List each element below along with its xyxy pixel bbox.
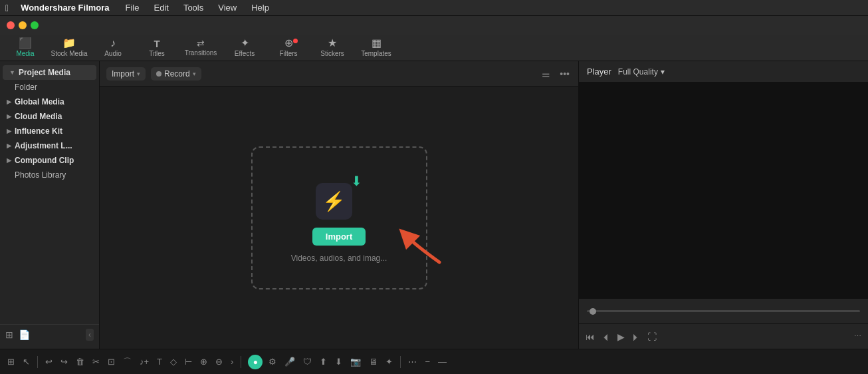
effects-tl-icon[interactable]: ✦ bbox=[383, 355, 395, 369]
stickers-label: Stickers bbox=[320, 50, 344, 57]
audio-label: Audio bbox=[104, 50, 122, 57]
toolbar-audio[interactable]: ♪ Audio bbox=[92, 36, 134, 60]
redo-icon[interactable]: ↪ bbox=[58, 355, 70, 369]
record-tl-icon: ● bbox=[253, 357, 258, 367]
import-action-button[interactable]: Import bbox=[312, 228, 366, 246]
record-tl-button[interactable]: ● bbox=[248, 355, 263, 369]
toolbar-stickers[interactable]: ★ Stickers bbox=[311, 36, 354, 60]
rewind-icon[interactable]: ⏮ bbox=[586, 331, 595, 342]
stock-media-label: Stock Media bbox=[51, 50, 87, 57]
arrow-icon-4: ▶ bbox=[7, 128, 11, 134]
volume-icon[interactable]: ⋯ bbox=[854, 332, 861, 341]
toolbar-effects[interactable]: ✦ Effects bbox=[223, 36, 266, 60]
menu-help[interactable]: Help bbox=[249, 2, 272, 13]
step-back-icon[interactable]: ⏴ bbox=[601, 331, 611, 342]
main-layout: ▼ Project Media Folder ▶ Global Media ▶ … bbox=[0, 61, 868, 349]
player-progress-handle[interactable] bbox=[590, 308, 596, 315]
arrow-icon-3: ▶ bbox=[7, 113, 11, 120]
monitor-icon[interactable]: 🖥 bbox=[367, 355, 380, 369]
sidebar-item-project-media[interactable]: ▼ Project Media bbox=[3, 65, 96, 80]
sidebar-item-cloud-media[interactable]: ▶ Cloud Media bbox=[0, 109, 99, 124]
new-folder-icon[interactable]: ⊞ bbox=[5, 329, 13, 340]
toolbar-templates[interactable]: ▦ Templates bbox=[355, 36, 397, 60]
step-forward-icon[interactable]: ⏵ bbox=[631, 331, 641, 342]
content-toolbar: Import ▾ Record ▾ ⚌ ••• bbox=[100, 61, 578, 87]
split-icon[interactable]: ⊢ bbox=[183, 355, 194, 369]
toolbar-filters[interactable]: ⊕ Filters bbox=[267, 36, 310, 60]
expand-icon[interactable]: ⋯ bbox=[406, 355, 419, 369]
dash-icon[interactable]: — bbox=[436, 355, 449, 369]
maximize-button[interactable] bbox=[31, 21, 39, 29]
import-label: Import bbox=[112, 69, 134, 79]
bezier-icon[interactable]: ⌒ bbox=[121, 354, 134, 370]
player-title-bar: Player Full Quality ▾ bbox=[579, 61, 868, 83]
zoom-in-icon[interactable]: ⊕ bbox=[198, 355, 209, 369]
mic-icon[interactable]: 🎤 bbox=[282, 355, 297, 369]
more-tl-icon[interactable]: › bbox=[229, 355, 235, 369]
menu-file[interactable]: File bbox=[123, 2, 142, 13]
close-button[interactable] bbox=[7, 21, 15, 29]
crop-icon[interactable]: ⊡ bbox=[106, 355, 117, 369]
stickers-icon: ★ bbox=[328, 38, 337, 49]
shield-icon[interactable]: 🛡 bbox=[301, 355, 314, 369]
audio-icon: ♪ bbox=[110, 38, 116, 49]
import-chevron-icon: ▾ bbox=[137, 71, 140, 77]
cut-icon[interactable]: ✂ bbox=[90, 355, 102, 369]
player-controls-bar bbox=[579, 298, 868, 323]
filter-icon[interactable]: ⚌ bbox=[540, 67, 552, 81]
keyframe-icon[interactable]: ◇ bbox=[168, 355, 179, 369]
menu-tools[interactable]: Tools bbox=[181, 2, 206, 13]
filters-label: Filters bbox=[279, 50, 297, 57]
play-button[interactable]: ▶ bbox=[617, 331, 625, 342]
separator-2 bbox=[241, 356, 241, 368]
toolbar-media[interactable]: ⬛ Media bbox=[4, 36, 47, 60]
sidebar-item-influence-kit[interactable]: ▶ Influence Kit bbox=[0, 124, 99, 138]
import-tl-icon[interactable]: ⬇ bbox=[333, 355, 344, 369]
export-icon[interactable]: ⬆ bbox=[318, 355, 329, 369]
sidebar-item-global-media[interactable]: ▶ Global Media bbox=[0, 94, 99, 109]
grid-icon[interactable]: ⊞ bbox=[5, 355, 17, 369]
delete-icon[interactable]: 🗑 bbox=[74, 355, 86, 369]
adjustment-label: Adjustment L... bbox=[15, 141, 72, 150]
sidebar-item-adjustment[interactable]: ▶ Adjustment L... bbox=[0, 138, 99, 153]
photos-library-label: Photos Library bbox=[15, 170, 66, 180]
fullscreen-icon[interactable]: ⛶ bbox=[647, 331, 657, 342]
toolbar: ⬛ Media 📁 Stock Media ♪ Audio T Titles ⇄… bbox=[0, 35, 868, 61]
quality-chevron-icon: ▾ bbox=[661, 67, 665, 77]
sidebar-item-compound-clip[interactable]: ▶ Compound Clip bbox=[0, 153, 99, 168]
cursor-arrow bbox=[396, 226, 449, 268]
minimize-button[interactable] bbox=[19, 21, 27, 29]
add-item-icon[interactable]: 📄 bbox=[19, 329, 30, 340]
filmora-icon-body: ⚡ bbox=[316, 183, 352, 220]
compound-clip-label: Compound Clip bbox=[15, 156, 74, 165]
sidebar: ▼ Project Media Folder ▶ Global Media ▶ … bbox=[0, 61, 100, 349]
apple-logo:  bbox=[5, 3, 9, 13]
drop-zone[interactable]: ⚡ ⬇ Import Videos, audios, and imag... bbox=[251, 146, 427, 289]
menu-edit[interactable]: Edit bbox=[151, 2, 171, 13]
settings-tl-icon[interactable]: ⚙ bbox=[267, 355, 278, 369]
drop-hint-text: Videos, audios, and imag... bbox=[291, 254, 387, 263]
record-button-group[interactable]: Record ▾ bbox=[151, 67, 201, 81]
content-area: Import ▾ Record ▾ ⚌ ••• ⚡ ⬇ Import bbox=[100, 61, 578, 349]
import-button-group[interactable]: Import ▾ bbox=[106, 67, 146, 81]
undo-icon[interactable]: ↩ bbox=[43, 355, 54, 369]
toolbar-transitions[interactable]: ⇄ Transitions bbox=[179, 36, 222, 60]
camera-icon[interactable]: 📷 bbox=[348, 355, 363, 369]
filters-icon: ⊕ bbox=[284, 38, 293, 49]
sidebar-bottom: ⊞ 📄 ‹ bbox=[0, 324, 99, 345]
text-icon[interactable]: T bbox=[155, 355, 164, 369]
quality-select[interactable]: Full Quality ▾ bbox=[618, 67, 665, 77]
cursor-tool-icon[interactable]: ↖ bbox=[21, 355, 32, 369]
add-audio-icon[interactable]: ♪+ bbox=[138, 355, 151, 369]
sidebar-item-folder[interactable]: Folder bbox=[0, 80, 99, 94]
more-options-icon[interactable]: ••• bbox=[558, 67, 572, 81]
sidebar-item-photos-library[interactable]: Photos Library bbox=[0, 168, 99, 182]
menu-view[interactable]: View bbox=[215, 2, 239, 13]
player-progress-bar[interactable] bbox=[587, 310, 860, 312]
minus-icon[interactable]: − bbox=[423, 355, 432, 369]
stock-media-icon: 📁 bbox=[62, 38, 76, 49]
collapse-sidebar-button[interactable]: ‹ bbox=[86, 329, 94, 341]
toolbar-titles[interactable]: T Titles bbox=[136, 36, 178, 60]
toolbar-stock-media[interactable]: 📁 Stock Media bbox=[48, 36, 90, 60]
zoom-out-icon[interactable]: ⊖ bbox=[213, 355, 225, 369]
